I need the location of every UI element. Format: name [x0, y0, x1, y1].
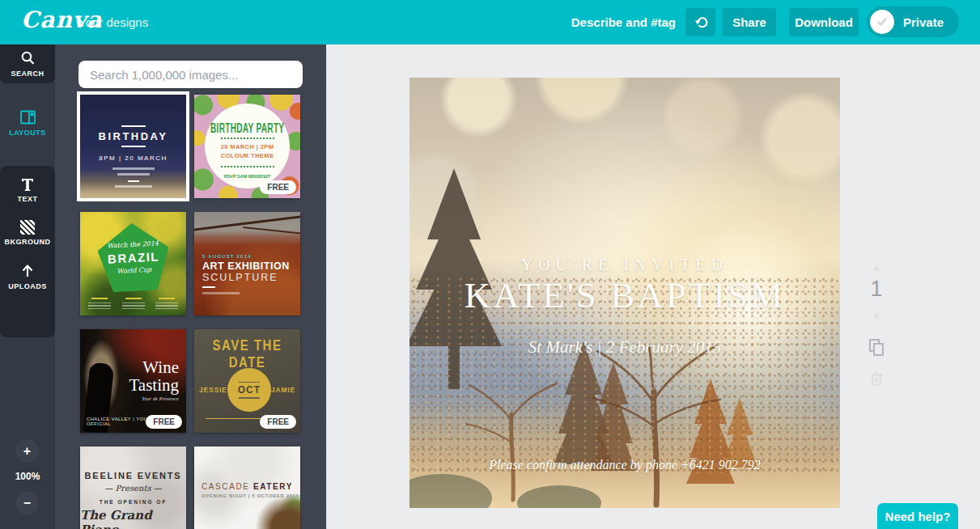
search-icon: [19, 50, 36, 66]
free-badge: FREE: [146, 415, 182, 429]
background-icon: [20, 220, 35, 235]
thumb-line: RSVP SAM 886282927: [224, 174, 271, 179]
sidebar-item-label: TEXT: [17, 195, 37, 203]
thumb-art: Watch the 2014 BRAZIL World Cup: [96, 222, 171, 293]
free-badge: FREE: [260, 180, 296, 194]
layouts-icon: [19, 109, 36, 125]
design-text-title[interactable]: KATE'S BAPTISM: [409, 274, 840, 316]
sidebar-item-uploads[interactable]: UPLOADS: [0, 246, 55, 290]
download-button[interactable]: Download: [789, 8, 859, 36]
thumb-line: CHALICE VALLEY | YOUR OFFICIAL: [87, 417, 155, 426]
sidebar-item-background[interactable]: BKGROUND: [0, 203, 55, 246]
decor-rule: [202, 286, 215, 288]
workspace: YOU'RE INVITED KATE'S BAPTISM St Mark's …: [326, 44, 980, 529]
decor-dots: [221, 138, 274, 139]
decor-bar: [117, 173, 150, 176]
page-up-button[interactable]: ▲: [863, 261, 890, 273]
decor-rule: [128, 180, 139, 182]
thumb-title: BRAZIL: [108, 249, 160, 265]
thumb-line: 5 AUGUST 2014: [202, 254, 290, 259]
undo-icon: [693, 13, 709, 29]
uploads-icon: [19, 263, 36, 279]
decor-dots: [221, 166, 274, 167]
layout-thumbnail-birthday-party[interactable]: BIRTHDAY PARTY 20 MARCH | 2PM COLOUR THE…: [194, 95, 300, 198]
thumb-art: OCT: [227, 368, 271, 412]
zoom-in-button[interactable]: +: [15, 439, 39, 463]
design-text-invited[interactable]: YOU'RE INVITED: [409, 256, 840, 274]
decor-branch: [243, 226, 300, 235]
share-button[interactable]: Share: [723, 8, 776, 36]
describe-tag-input[interactable]: [558, 0, 676, 44]
thumb-title: CASCADE EATERY: [202, 482, 299, 491]
sidebar-card-tools: TEXT BKGROUND UPLOADS: [0, 166, 55, 337]
page-down-button[interactable]: ▼: [863, 310, 890, 322]
thumb-line: World Cup: [117, 265, 151, 274]
thumb-title: BIRTHDAY PARTY: [210, 121, 284, 134]
thumb-title: BIRTHDAY: [99, 130, 168, 142]
undo-button[interactable]: [685, 8, 715, 36]
sidebar: SEARCH LAYOUTS TEXT BKGROUND: [0, 44, 55, 529]
sidebar-item-label: UPLOADS: [8, 282, 47, 290]
sidebar-item-label: BKGROUND: [5, 238, 51, 246]
layout-thumbnail-brazil[interactable]: Watch the 2014 BRAZIL World Cup: [80, 212, 186, 315]
thumb-line: OPENING NIGHT | 5 OCTOBER 2014: [202, 493, 299, 498]
thumb-line: The Grand Piano: [80, 508, 186, 529]
layout-thumbnail-cascade-eatery[interactable]: CASCADE EATERY OPENING NIGHT | 5 OCTOBER…: [194, 446, 300, 529]
layout-thumbnail-beeline-events[interactable]: BEELINE EVENTS — Presents — THE OPENING …: [80, 446, 186, 529]
zoom-out-button[interactable]: −: [15, 491, 39, 514]
thumb-line: Watch the 2014: [107, 239, 159, 249]
thumb-text: JESSIE OCT JAMIE: [194, 368, 300, 412]
decor-rule: [121, 146, 146, 147]
privacy-toggle[interactable]: Private: [867, 6, 959, 37]
layout-thumbnail-birthday[interactable]: BIRTHDAY 8PM | 20 MARCH: [80, 95, 186, 198]
decor-columns: [88, 298, 178, 310]
thumb-line: SCULPTURE: [202, 272, 290, 283]
thumb-line: 8PM | 20 MARCH: [99, 154, 167, 162]
free-badge: FREE: [260, 415, 296, 429]
thumb-title: Wine: [129, 360, 179, 376]
topbar: Canva Your designs Share Download Privat…: [0, 0, 980, 44]
layouts-panel: BIRTHDAY 8PM | 20 MARCH BIRTHDAY PARTY 2…: [55, 44, 326, 529]
decor-bar: [115, 185, 152, 188]
thumb-line: THE OPENING OF: [100, 499, 168, 505]
zoom-level: 100%: [0, 471, 55, 482]
layout-thumbnail-wine-tasting[interactable]: Wine Tasting Tour de Provence CHALICE VA…: [80, 329, 186, 433]
trash-icon: [868, 370, 885, 389]
your-designs-link[interactable]: Your designs: [78, 0, 148, 44]
sidebar-item-label: SEARCH: [11, 70, 44, 78]
thumb-line: — Presents —: [104, 484, 161, 493]
sidebar-item-layouts[interactable]: LAYOUTS: [0, 109, 55, 137]
layout-thumbnail-save-the-date[interactable]: SAVE THE DATE JESSIE OCT JAMIE FREE: [194, 329, 300, 433]
text-icon: [20, 176, 35, 192]
thumb-text: CASCADE EATERY OPENING NIGHT | 5 OCTOBER…: [202, 482, 299, 498]
check-icon: [870, 10, 894, 34]
thumb-line: Tour de Provence: [129, 396, 179, 401]
page-number: 1: [863, 277, 890, 302]
thumb-text: Wine Tasting Tour de Provence: [129, 360, 179, 401]
decor-bar: [202, 292, 240, 294]
layout-thumbnail-art-exhibition[interactable]: 5 AUGUST 2014 ART EXHIBITION SCULPTURE: [194, 212, 300, 315]
thumb-text: 5 AUGUST 2014 ART EXHIBITION SCULPTURE: [202, 254, 290, 294]
thumb-line: JAMIE: [271, 386, 295, 394]
thumb-line: JESSIE: [199, 386, 227, 394]
thumb-art: BIRTHDAY PARTY 20 MARCH | 2PM COLOUR THE…: [205, 104, 290, 188]
duplicate-icon: [867, 337, 886, 358]
thumb-title: Tasting: [129, 376, 179, 394]
delete-page-button[interactable]: [863, 370, 890, 392]
thumb-line: COLOUR THEME: [221, 151, 274, 160]
thumb-title: BEELINE EVENTS: [85, 471, 182, 480]
decor-rule: [121, 125, 146, 127]
thumb-line: OCT: [238, 384, 261, 396]
need-help-button[interactable]: Need help?: [877, 503, 958, 529]
image-search-input[interactable]: [78, 61, 303, 88]
sidebar-item-search[interactable]: SEARCH: [0, 44, 55, 78]
decor-bar: [112, 167, 155, 170]
design-text-footer[interactable]: Please confirm attendance by phone +6421…: [409, 458, 840, 472]
design-canvas[interactable]: YOU'RE INVITED KATE'S BAPTISM St Mark's …: [409, 78, 840, 508]
design-text-subtitle[interactable]: St Mark's | 2 February 2015: [409, 337, 840, 358]
duplicate-page-button[interactable]: [863, 337, 890, 362]
privacy-label: Private: [903, 15, 944, 29]
sidebar-card-search: SEARCH: [0, 44, 55, 83]
sidebar-item-label: LAYOUTS: [9, 129, 46, 137]
sidebar-item-text[interactable]: TEXT: [0, 166, 55, 203]
